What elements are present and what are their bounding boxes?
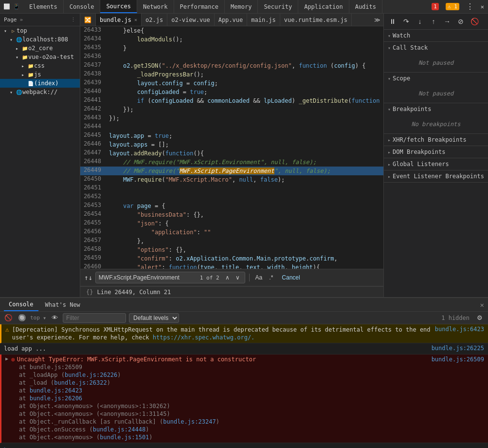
tree-arrow-vue-o2oa: ▾ xyxy=(16,55,21,60)
breakpoints-content: No breakpoints xyxy=(384,115,488,133)
bottom-tab-console[interactable]: Console xyxy=(4,298,38,311)
editor-tab-overflow[interactable]: ≫ xyxy=(371,17,383,23)
step-out-button[interactable]: ↑ xyxy=(428,16,439,27)
find-prev-button[interactable]: ∧ xyxy=(223,273,232,282)
tab-close-bundle-js[interactable]: ✕ xyxy=(134,17,137,22)
console-input[interactable] xyxy=(11,446,484,448)
error-expand-icon[interactable]: ▶ xyxy=(5,356,8,361)
breakpoints-arrow-icon: ▾ xyxy=(388,107,391,112)
console-settings-icon[interactable]: ⚙ xyxy=(474,313,485,323)
tab-application[interactable]: Application xyxy=(298,0,349,13)
tab-network[interactable]: Network xyxy=(137,0,174,13)
inspect-icon[interactable]: ⬜ xyxy=(3,3,11,11)
dom-breakpoints-header[interactable]: ▸ DOM Breakpoints xyxy=(384,146,488,158)
stack-link-5[interactable]: bundle.js:26206 xyxy=(30,395,82,402)
console-eye-icon[interactable]: 👁 xyxy=(49,313,60,323)
file-tree-menu-icon[interactable]: ⋮ xyxy=(71,17,76,23)
console-error-header-row: ⊗ Uncaught TypeError: MWF.xScript.PageEn… xyxy=(11,356,484,363)
folder-icon-js: 📁 xyxy=(27,71,34,78)
step-over-button[interactable]: ↷ xyxy=(400,16,412,27)
tab-performance[interactable]: Performance xyxy=(174,0,225,13)
call-stack-not-paused: Not paused xyxy=(388,56,484,70)
tree-arrow-js: ▸ xyxy=(21,72,27,77)
console-context-arrow-icon[interactable]: ▾ xyxy=(43,315,46,321)
editor-tab-o2-js[interactable]: o2.js xyxy=(142,14,167,26)
tab-sources[interactable]: Sources xyxy=(100,0,137,13)
tree-item-top[interactable]: ▾ ▷ top xyxy=(0,26,80,35)
dont-pause-exceptions-button[interactable]: 🚫 xyxy=(469,16,480,27)
console-level-select[interactable]: Default levels xyxy=(129,313,179,323)
find-regex-button[interactable]: .* xyxy=(267,273,275,282)
stack-link-8[interactable]: bundle.js:23247 xyxy=(163,418,216,425)
xhr-breakpoints-header[interactable]: ▸ XHR/fetch Breakpoints xyxy=(384,134,488,146)
stack-link-10[interactable]: bundle.js:1501 xyxy=(100,434,149,441)
editor-tab-app-vue[interactable]: App.vue xyxy=(215,14,248,26)
tree-item-webpack[interactable]: ▾ 🌐 webpack:// xyxy=(0,88,80,96)
tab-memory[interactable]: Memory xyxy=(225,0,258,13)
step-button[interactable]: → xyxy=(441,16,453,27)
stack-link-3[interactable]: bundle.js:26322 xyxy=(54,379,107,386)
step-into-button[interactable]: ↓ xyxy=(414,16,426,27)
code-line-26435: 26435 } xyxy=(80,44,383,53)
close-devtools-icon[interactable]: ✕ xyxy=(481,3,484,10)
editor-tab-vue-runtime[interactable]: vue.runtime.esm.js xyxy=(280,14,352,26)
editor-tab-navigate-back[interactable]: 🔀 xyxy=(80,14,96,26)
error-icon: ⊗ xyxy=(11,356,15,363)
tree-item-o2core[interactable]: ▸ 📁 o2_core xyxy=(0,44,80,53)
scope-header[interactable]: ▾ Scope xyxy=(384,73,488,84)
console-context-selector[interactable]: top xyxy=(30,315,40,321)
find-navigate-icon[interactable]: ↑↓ xyxy=(84,274,92,281)
editor-container: 🔀 bundle.js ✕ o2.js o2-view.vue App.vue … xyxy=(80,14,383,297)
deprecation-link[interactable]: https://xhr.spec.whatwg.org/. xyxy=(153,334,255,341)
find-input-container: 1 of 2 ∧ ∨ xyxy=(95,272,245,283)
global-listeners-header[interactable]: ▸ Global Listeners xyxy=(384,158,488,170)
bottom-tab-whats-new[interactable]: What's New xyxy=(40,298,85,311)
warning-icon: ⚠ xyxy=(5,326,9,333)
editor-tab-o2-view-vue[interactable]: o2-view.vue xyxy=(167,14,214,26)
tree-item-localhost[interactable]: ▾ 🌐 localhost:808 xyxy=(0,35,80,44)
console-warning-file[interactable]: bundle.js:6423 xyxy=(435,326,484,333)
console-info-file[interactable]: bundle.js:26225 xyxy=(432,345,484,352)
devtools-tabs: Elements Console Sources Network Perform… xyxy=(23,0,382,13)
console-filter-input[interactable] xyxy=(63,313,126,323)
find-cancel-button[interactable]: Cancel xyxy=(278,273,304,282)
event-listeners-header[interactable]: ▸ Event Listener Breakpoints xyxy=(384,170,488,182)
console-error-file[interactable]: bundle.js:26509 xyxy=(432,356,484,363)
find-next-button[interactable]: ∨ xyxy=(234,273,242,282)
deactivate-breakpoints-button[interactable]: ⊘ xyxy=(455,16,467,27)
console-clear-button[interactable]: 🚫 xyxy=(3,313,14,323)
console-content[interactable]: ⚠ [Deprecation] Synchronous XMLHttpReque… xyxy=(0,324,488,448)
scope-content: Not paused xyxy=(384,84,488,103)
xhr-arrow-icon: ▸ xyxy=(388,137,391,143)
find-search-input[interactable] xyxy=(99,274,196,281)
stack-link-4[interactable]: bundle.js:26423 xyxy=(30,387,82,394)
code-line-26459: 26459 "confirm": o2.xApplication.Common.… xyxy=(80,254,383,263)
xhr-breakpoints-label: XHR/fetch Breakpoints xyxy=(393,136,467,143)
device-icon[interactable]: 📱 xyxy=(13,3,20,11)
tree-item-css[interactable]: ▸ 📁 css xyxy=(0,61,80,70)
tree-item-vue-o2oa[interactable]: ▾ 📁 vue-o2oa-test xyxy=(0,53,80,61)
stack-link-2[interactable]: bundle.js:26226 xyxy=(65,372,117,378)
tree-item-index[interactable]: ▸ 📄 (index) xyxy=(0,79,80,88)
breakpoints-header[interactable]: ▾ Breakpoints xyxy=(384,103,488,115)
stack-link-9[interactable]: bundle.js:24448 xyxy=(93,426,145,433)
console-msg-warning: ⚠ [Deprecation] Synchronous XMLHttpReque… xyxy=(0,324,488,343)
bottom-panel-close-icon[interactable]: ✕ xyxy=(480,301,484,309)
expand-all-icon[interactable]: » xyxy=(20,17,23,23)
code-area[interactable]: 26433 }else{ 26434 loadModuls(); 26435 }… xyxy=(80,26,383,269)
call-stack-label: Call Stack xyxy=(393,44,428,51)
pause-button[interactable]: ⏸ xyxy=(387,16,398,27)
tab-audits[interactable]: Audits xyxy=(349,0,382,13)
console-filter-icon[interactable]: 🔘 xyxy=(17,313,27,323)
tab-console[interactable]: Console xyxy=(64,0,101,13)
tree-item-js[interactable]: ▸ 📁 js xyxy=(0,70,80,79)
tab-elements[interactable]: Elements xyxy=(23,0,64,13)
tab-security[interactable]: Security xyxy=(258,0,298,13)
editor-tab-main-js[interactable]: main.js xyxy=(247,14,280,26)
more-options-icon[interactable]: ⋮ xyxy=(462,2,478,11)
tab-label-vue-runtime: vue.runtime.esm.js xyxy=(284,17,347,23)
editor-tab-bundle-js[interactable]: bundle.js ✕ xyxy=(96,14,142,26)
find-case-sensitive-button[interactable]: Aa xyxy=(253,273,265,282)
watch-section-header[interactable]: ▾ Watch xyxy=(384,30,488,41)
call-stack-header[interactable]: ▾ Call Stack xyxy=(384,42,488,54)
